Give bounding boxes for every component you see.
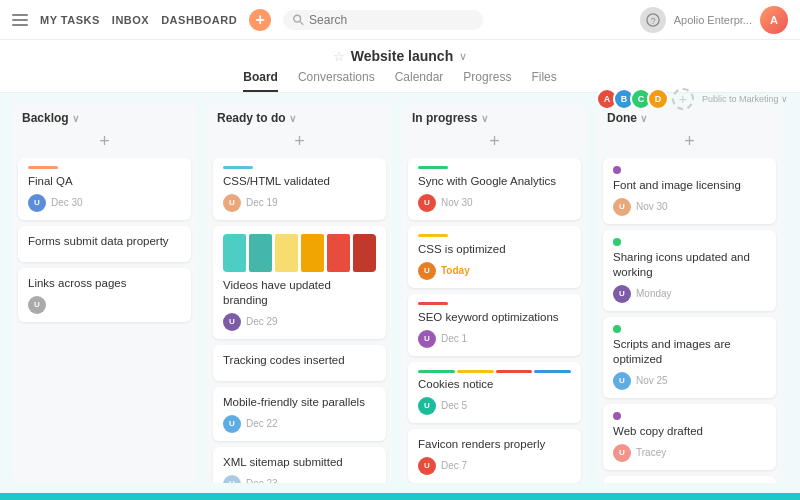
card-avatar: U xyxy=(418,457,436,475)
card-forms-submit[interactable]: Forms submit data property xyxy=(18,226,191,262)
card-bar xyxy=(223,166,253,169)
svg-text:?: ? xyxy=(651,15,656,25)
card-seo[interactable]: SEO keyword optimizations U Dec 1 xyxy=(408,294,581,356)
card-title: Tracking codes inserted xyxy=(223,353,376,368)
card-title: Final QA xyxy=(28,174,181,189)
card-title: Forms submit data property xyxy=(28,234,181,249)
card-meta: U Tracey xyxy=(613,444,766,462)
public-label[interactable]: Public to Marketing ∨ xyxy=(702,94,788,104)
card-date: Dec 19 xyxy=(246,197,278,208)
card-date: Nov 30 xyxy=(441,197,473,208)
card-title: XML sitemap submitted xyxy=(223,455,376,470)
card-xml-sitemap[interactable]: XML sitemap submitted U Dec 23 xyxy=(213,447,386,483)
project-header: ☆ Website launch ∨ Board Conversations C… xyxy=(0,40,800,93)
card-meta: U Dec 30 xyxy=(28,194,181,212)
project-title-row: ☆ Website launch ∨ xyxy=(0,48,800,64)
progress-arrow[interactable]: ∨ xyxy=(481,113,488,124)
card-dot-row xyxy=(613,325,766,333)
project-dropdown-icon[interactable]: ∨ xyxy=(459,50,467,63)
nav-inbox[interactable]: INBOX xyxy=(112,14,149,26)
card-avatar: U xyxy=(418,330,436,348)
card-avatar: U xyxy=(613,444,631,462)
column-ready-to-do: Ready to do ∨ + CSS/HTML validated U Dec… xyxy=(207,103,392,483)
tab-progress[interactable]: Progress xyxy=(463,70,511,92)
card-exclude-ip[interactable]: Exclude IP addresses for tracking U Nov … xyxy=(603,476,776,483)
ready-add-button[interactable]: + xyxy=(294,131,305,152)
column-ready-title: Ready to do ∨ xyxy=(217,111,296,125)
card-date: Dec 22 xyxy=(246,418,278,429)
card-css-html[interactable]: CSS/HTML validated U Dec 19 xyxy=(213,158,386,220)
card-date: Dec 30 xyxy=(51,197,83,208)
card-sharing-icons[interactable]: Sharing icons updated and working U Mond… xyxy=(603,230,776,311)
tab-board[interactable]: Board xyxy=(243,70,278,92)
card-title: Scripts and images are optimized xyxy=(613,337,766,367)
accent-dot xyxy=(613,325,621,333)
column-done: Done ∨ + Font and image licensing U Nov … xyxy=(597,103,782,483)
nav-right: ? Apolio Enterpr... A xyxy=(640,6,788,34)
card-links[interactable]: Links across pages U xyxy=(18,268,191,322)
image-block-5 xyxy=(327,234,350,272)
card-scripts-images[interactable]: Scripts and images are optimized U Nov 2… xyxy=(603,317,776,398)
done-add-button[interactable]: + xyxy=(684,131,695,152)
org-label: Apolio Enterpr... xyxy=(674,14,752,26)
help-icon[interactable]: ? xyxy=(640,7,666,33)
card-title: Videos have updated branding xyxy=(223,278,376,308)
project-header-right: A B C D + Public to Marketing ∨ xyxy=(596,88,788,110)
card-meta: U Dec 19 xyxy=(223,194,376,212)
search-bar[interactable] xyxy=(283,10,483,30)
card-meta: U Nov 25 xyxy=(613,372,766,390)
card-date: Dec 23 xyxy=(246,478,278,483)
card-meta: U Dec 22 xyxy=(223,415,376,433)
card-web-copy-drafted[interactable]: Web copy drafted U Tracey xyxy=(603,404,776,470)
card-meta: U Dec 5 xyxy=(418,397,571,415)
card-avatar: U xyxy=(223,313,241,331)
project-title: Website launch xyxy=(351,48,453,64)
progress-add-button[interactable]: + xyxy=(489,131,500,152)
column-done-title: Done ∨ xyxy=(607,111,647,125)
card-meta: U Dec 1 xyxy=(418,330,571,348)
card-bar xyxy=(28,166,58,169)
card-final-qa[interactable]: Final QA U Dec 30 xyxy=(18,158,191,220)
star-icon[interactable]: ☆ xyxy=(333,49,345,64)
card-title: Web copy drafted xyxy=(613,424,766,439)
card-title: Sharing icons updated and working xyxy=(613,250,766,280)
card-title: CSS/HTML validated xyxy=(223,174,376,189)
progress-seg-1 xyxy=(418,370,455,373)
search-icon xyxy=(293,14,304,26)
search-input[interactable] xyxy=(309,13,473,27)
tab-calendar[interactable]: Calendar xyxy=(395,70,444,92)
card-meta: U Dec 23 xyxy=(223,475,376,483)
card-favicon[interactable]: Favicon renders properly U Dec 7 xyxy=(408,429,581,483)
nav-my-tasks[interactable]: MY TASKS xyxy=(40,14,100,26)
backlog-add-button[interactable]: + xyxy=(99,131,110,152)
accent-dot xyxy=(613,238,621,246)
add-member-button[interactable]: + xyxy=(672,88,694,110)
card-title: Sync with Google Analytics xyxy=(418,174,571,189)
card-avatar: U xyxy=(613,285,631,303)
tab-files[interactable]: Files xyxy=(531,70,556,92)
card-mobile[interactable]: Mobile-friendly site parallels U Dec 22 xyxy=(213,387,386,441)
card-avatar: U xyxy=(418,397,436,415)
user-avatar[interactable]: A xyxy=(760,6,788,34)
card-bar xyxy=(418,166,448,169)
image-block-4 xyxy=(301,234,324,272)
card-meta: U Nov 30 xyxy=(613,198,766,216)
done-arrow[interactable]: ∨ xyxy=(640,113,647,124)
backlog-arrow[interactable]: ∨ xyxy=(72,113,79,124)
card-tracking[interactable]: Tracking codes inserted xyxy=(213,345,386,381)
progress-cards: Sync with Google Analytics U Nov 30 CSS … xyxy=(402,158,587,483)
card-font-image[interactable]: Font and image licensing U Nov 30 xyxy=(603,158,776,224)
card-css-optimized[interactable]: CSS is optimized U Today xyxy=(408,226,581,288)
tab-conversations[interactable]: Conversations xyxy=(298,70,375,92)
card-cookies[interactable]: Cookies notice U Dec 5 xyxy=(408,362,581,423)
card-avatar: U xyxy=(28,296,46,314)
hamburger-menu[interactable] xyxy=(12,14,28,26)
card-date: Dec 1 xyxy=(441,333,467,344)
add-task-button[interactable]: + xyxy=(249,9,271,31)
card-date: Dec 5 xyxy=(441,400,467,411)
ready-arrow[interactable]: ∨ xyxy=(289,113,296,124)
nav-dashboard[interactable]: DASHBOARD xyxy=(161,14,237,26)
card-google-analytics[interactable]: Sync with Google Analytics U Nov 30 xyxy=(408,158,581,220)
card-videos-branding[interactable]: Videos have updated branding U Dec 29 xyxy=(213,226,386,339)
accent-dot xyxy=(613,412,621,420)
